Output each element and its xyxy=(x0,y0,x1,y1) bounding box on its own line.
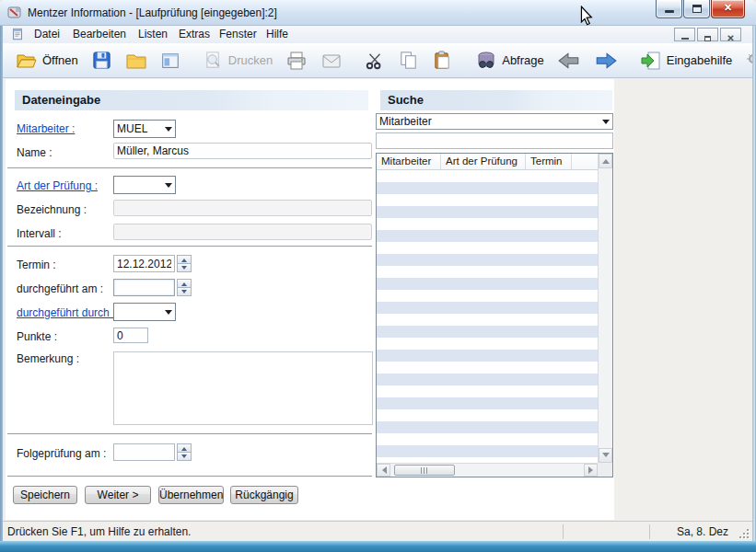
menu-datei[interactable]: Datei xyxy=(28,26,66,43)
table-body[interactable] xyxy=(377,170,598,465)
scrollbar-thumb[interactable] xyxy=(394,465,455,476)
mitarbeiter-combo[interactable]: MUEL xyxy=(113,120,176,138)
termin-field[interactable] xyxy=(113,255,175,272)
forward-button[interactable] xyxy=(590,47,622,75)
query-label: Abfrage xyxy=(502,53,544,67)
spin-down-button[interactable] xyxy=(177,453,192,461)
menu-listen[interactable]: Listen xyxy=(132,26,174,43)
paste-button[interactable] xyxy=(428,48,457,73)
scroll-left-button[interactable] xyxy=(377,464,390,477)
layout-panel-button[interactable] xyxy=(157,49,184,73)
search-input[interactable] xyxy=(376,132,613,149)
spin-up-button[interactable] xyxy=(177,255,192,264)
art-der-pruefung-combo[interactable] xyxy=(113,176,176,194)
back-button[interactable] xyxy=(553,47,585,75)
mitarbeiter-link[interactable]: Mitarbeiter : xyxy=(17,122,75,135)
scroll-down-button[interactable] xyxy=(599,448,612,463)
spin-up-button[interactable] xyxy=(177,279,192,288)
bemerkung-field[interactable] xyxy=(113,351,373,425)
status-separator xyxy=(649,524,650,539)
weiter-button[interactable]: Weiter > xyxy=(85,486,151,504)
open-label: Öffnen xyxy=(42,53,78,67)
titlebar[interactable]: Mentzer Information - [Laufprüfung [eing… xyxy=(0,0,756,26)
arrow-down-icon xyxy=(602,453,610,461)
maximize-button[interactable] xyxy=(683,0,710,18)
column-art-der-pruefung[interactable]: Art der Prüfung xyxy=(441,154,526,169)
scroll-right-button[interactable] xyxy=(584,464,598,477)
divider xyxy=(7,246,372,247)
horizontal-scrollbar[interactable] xyxy=(377,463,598,477)
column-mitarbeiter[interactable]: Mitarbeiter xyxy=(377,154,441,169)
folgepruefung-label: Folgeprüfung am : xyxy=(17,447,106,460)
uebernehmen-button[interactable]: Übernehmen xyxy=(158,486,224,504)
durchgefuehrt-am-field[interactable] xyxy=(113,279,175,296)
suche-header: Suche xyxy=(380,90,612,110)
save-button[interactable] xyxy=(87,48,116,73)
spin-down-button[interactable] xyxy=(177,264,192,272)
arrow-left-icon xyxy=(557,49,581,73)
name-field[interactable] xyxy=(113,143,372,159)
toolbar: Öffnen xyxy=(3,43,752,78)
cut-button[interactable] xyxy=(361,49,389,73)
print-button[interactable] xyxy=(282,48,311,74)
search-filter-combo[interactable]: Mitarbeiter xyxy=(376,113,613,130)
scroll-up-button[interactable] xyxy=(599,154,612,168)
mdi-restore-icon xyxy=(704,36,711,41)
durchgefuehrt-am-label: durchgeführt am : xyxy=(17,282,103,295)
copy-icon xyxy=(398,50,419,71)
spin-down-button[interactable] xyxy=(177,288,192,296)
search-filter-value: Mitarbeiter xyxy=(377,115,599,128)
mdi-restore-button[interactable] xyxy=(697,28,718,41)
scrollbar-corner xyxy=(598,463,612,477)
grip-icon xyxy=(421,467,422,474)
client-area: Dateneingabe Mitarbeiter : MUEL Name : A… xyxy=(3,78,752,521)
mdi-close-button[interactable]: ✕ xyxy=(720,28,741,41)
status-separator xyxy=(563,524,564,539)
input-help-button[interactable]: Eingabehilfe xyxy=(636,48,737,74)
arrow-up-icon xyxy=(181,256,187,262)
divider xyxy=(7,476,372,477)
copy-button[interactable] xyxy=(394,48,423,73)
speichern-button[interactable]: Speichern xyxy=(13,486,77,504)
query-button[interactable]: Abfrage xyxy=(471,48,548,74)
folgepruefung-field[interactable] xyxy=(113,443,175,461)
minimize-button[interactable] xyxy=(656,0,682,18)
open-button[interactable]: Öffnen xyxy=(12,48,82,74)
chevron-down-icon xyxy=(161,179,175,191)
mdi-minimize-button[interactable] xyxy=(674,28,695,41)
status-hint: Drücken Sie F1, um Hilfe zu erhalten. xyxy=(7,525,191,538)
mdi-close-icon: ✕ xyxy=(727,33,734,43)
rueckgaengig-button[interactable]: Rückgängig xyxy=(230,486,298,504)
folder-button[interactable] xyxy=(122,48,151,74)
resize-grip[interactable] xyxy=(737,526,749,538)
durchgefuehrt-durch-combo[interactable] xyxy=(113,303,176,321)
mail-button[interactable] xyxy=(317,48,346,74)
column-empty xyxy=(572,154,598,169)
punkte-field[interactable] xyxy=(113,328,148,343)
name-label: Name : xyxy=(17,146,52,159)
close-button[interactable]: ✕ xyxy=(711,0,745,18)
intervall-field xyxy=(113,224,372,240)
divider xyxy=(7,167,372,168)
vertical-scrollbar[interactable] xyxy=(598,154,612,463)
menu-hilfe[interactable]: Hilfe xyxy=(260,26,295,43)
window-border-left xyxy=(0,26,3,541)
scissors-icon xyxy=(365,51,385,71)
column-termin[interactable]: Termin xyxy=(526,154,572,169)
statusbar: Drücken Sie F1, um Hilfe zu erhalten. Sa… xyxy=(3,521,752,541)
menu-bearbeiten[interactable]: Bearbeiten xyxy=(66,26,133,43)
bemerkung-label: Bemerkung : xyxy=(17,352,79,365)
punkte-label: Punkte : xyxy=(17,330,57,343)
durchgefuehrt-durch-link[interactable]: durchgeführt durch : xyxy=(17,306,115,319)
document-icon[interactable] xyxy=(11,28,24,41)
menu-fenster[interactable]: Fenster xyxy=(213,26,263,43)
folgepruefung-spinner xyxy=(177,443,192,461)
menu-extras[interactable]: Extras xyxy=(172,26,216,43)
arrow-right-icon xyxy=(588,466,597,474)
art-der-pruefung-link[interactable]: Art der Prüfung : xyxy=(17,179,98,192)
spin-up-button[interactable] xyxy=(177,443,192,453)
mouse-cursor xyxy=(580,6,594,27)
app-icon xyxy=(7,6,22,20)
window-border-right xyxy=(752,26,756,541)
open-folder-icon xyxy=(16,50,38,72)
